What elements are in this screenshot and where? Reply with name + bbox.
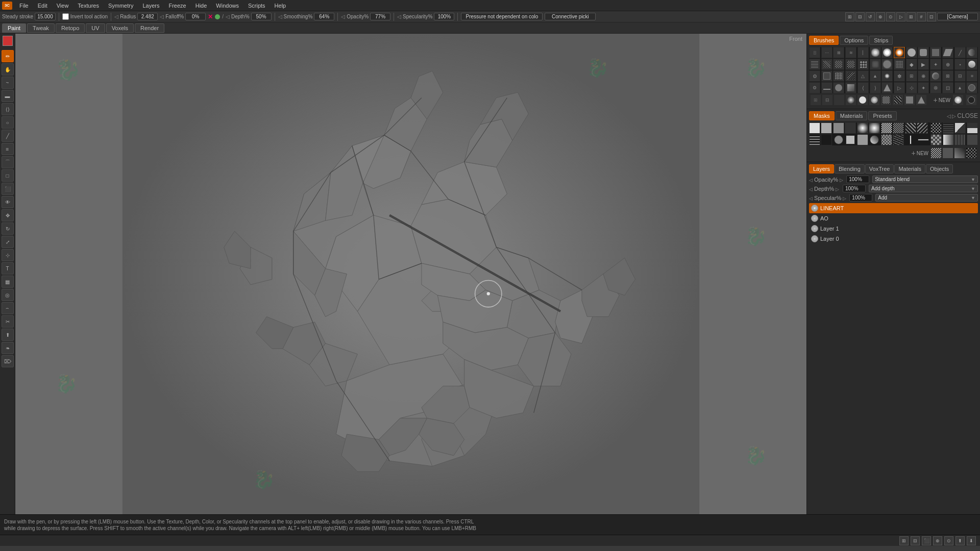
brush-cell-4[interactable]: ≋: [845, 47, 856, 58]
brush-cell-9[interactable]: [906, 47, 917, 58]
brush-cell-35[interactable]: [881, 70, 893, 82]
tab-render[interactable]: Render: [135, 23, 164, 33]
brush-cell-43[interactable]: ⚙: [809, 82, 820, 93]
brush-cell-46[interactable]: [845, 82, 856, 93]
tab-materials-layer[interactable]: Materials: [894, 164, 925, 173]
layer-0[interactable]: 👁 Layer 0: [809, 234, 978, 244]
close-masks-btn[interactable]: CLOSE: [957, 112, 978, 119]
mask-cell-20[interactable]: [870, 135, 879, 144]
brush-cell-23[interactable]: ◆: [906, 59, 917, 70]
masks-arrow-prev[interactable]: ◁: [947, 113, 951, 119]
layer-lineart[interactable]: 👁 LINEART: [809, 203, 978, 213]
brush-cell-16[interactable]: [821, 59, 832, 70]
brush-cell-34[interactable]: ▲: [870, 70, 881, 82]
tab-layers[interactable]: Layers: [809, 164, 834, 173]
mask-cell-14[interactable]: [967, 122, 978, 134]
opacity-value[interactable]: 77%: [370, 13, 390, 20]
brushes-new-btn[interactable]: + NEW: [933, 96, 950, 104]
snake-hook[interactable]: ⌒: [2, 156, 14, 168]
brush-add8[interactable]: [892, 94, 903, 106]
view-icon6[interactable]: ▷: [896, 12, 905, 21]
view-icon2[interactable]: ⊟: [855, 12, 865, 21]
tab-materials[interactable]: Materials: [836, 111, 868, 120]
camera-dropdown[interactable]: [Camera]: [937, 13, 978, 20]
mask-cell-27[interactable]: [954, 134, 966, 145]
brush-cell-48[interactable]: ⟩: [870, 82, 881, 93]
mask-cell-15[interactable]: [809, 134, 820, 145]
menu-help[interactable]: Help: [271, 2, 290, 10]
brush-add6[interactable]: [869, 94, 880, 106]
menu-symmetry[interactable]: Symmetry: [104, 2, 138, 10]
mask-cell-9[interactable]: [905, 122, 916, 134]
bottom-icon2[interactable]: ⊟: [911, 536, 920, 545]
flatten-tool[interactable]: ▬: [2, 90, 14, 102]
layer-eye-0[interactable]: 👁: [811, 235, 818, 242]
brush-cell-13[interactable]: ╱: [954, 47, 966, 58]
color-picker[interactable]: [3, 36, 13, 46]
depth-layers-value[interactable]: 100%: [843, 185, 866, 192]
brush-cell-39[interactable]: [930, 70, 941, 82]
tab-retopo[interactable]: Retopo: [56, 23, 85, 33]
brush-cell-17[interactable]: [833, 59, 844, 70]
mask-cell-25[interactable]: [930, 134, 942, 145]
brush-cell-44[interactable]: [821, 82, 832, 93]
brush-cell-20[interactable]: [870, 59, 881, 70]
brush-add9[interactable]: [904, 94, 915, 106]
layer-eye-1[interactable]: 👁: [811, 225, 818, 232]
brush-cell-37[interactable]: ⊞: [906, 70, 917, 82]
brush-add1[interactable]: ⊞: [810, 94, 821, 106]
brush-cell-56[interactable]: [966, 82, 977, 93]
brush-cell-22[interactable]: [894, 59, 905, 70]
menu-hide[interactable]: Hide: [191, 2, 211, 10]
mask-cell-21[interactable]: [881, 134, 892, 145]
brush-cell-49[interactable]: [881, 82, 893, 93]
rotate-tool[interactable]: ↻: [2, 222, 14, 235]
mask-cell-6[interactable]: [869, 122, 880, 134]
tab-strips[interactable]: Strips: [869, 36, 893, 45]
menu-textures[interactable]: Textures: [74, 2, 103, 10]
brush-cell-52[interactable]: ✦: [918, 82, 929, 93]
grab-tool[interactable]: ✋: [2, 63, 14, 76]
brush-cell-38[interactable]: ❋: [918, 70, 929, 82]
tab-uv[interactable]: UV: [86, 23, 105, 33]
smoothing-value[interactable]: 64%: [314, 13, 334, 20]
x-icon[interactable]: ✕: [208, 13, 213, 20]
brush-cell-18[interactable]: [845, 59, 856, 70]
mask-cell-17[interactable]: [834, 135, 843, 144]
blend-mode-dropdown[interactable]: Standard blend ▼: [872, 176, 978, 183]
tab-paint[interactable]: Paint: [2, 23, 26, 33]
view-icon4[interactable]: ⊕: [876, 12, 885, 21]
circle-brush-last[interactable]: [952, 94, 964, 106]
brush-cell-21[interactable]: [881, 59, 893, 70]
mask-cell-13[interactable]: [954, 122, 966, 134]
brush-cell-6[interactable]: [870, 47, 881, 58]
mask-cell-16[interactable]: [821, 134, 832, 145]
bottom-icon3[interactable]: ⬛: [922, 536, 931, 545]
depth-value[interactable]: 50%: [251, 13, 272, 20]
mask-cell-8[interactable]: [893, 122, 904, 134]
view-icon9[interactable]: ⊡: [927, 12, 936, 21]
mask-extra-1[interactable]: [930, 147, 942, 159]
brush-cell-26[interactable]: ⊕: [942, 59, 953, 70]
view-icon5[interactable]: ⊙: [886, 12, 895, 21]
canvas-area[interactable]: 🐉 🐉 🐉 🐉 🐉 🐉 🐉 Front: [15, 34, 806, 514]
mask-cell-1[interactable]: [809, 122, 820, 134]
brush-add4[interactable]: [845, 94, 856, 106]
invert-checkbox[interactable]: [62, 13, 69, 20]
mask-cell-10[interactable]: [917, 122, 928, 134]
brush-cell-27[interactable]: ⋆: [954, 59, 966, 70]
view-icon1[interactable]: ⊞: [845, 12, 854, 21]
picker-dropdown[interactable]: Connective picki: [545, 13, 596, 20]
brush-cell-5[interactable]: ┃: [857, 47, 869, 58]
brush-cell-41[interactable]: ⊟: [954, 70, 966, 82]
mask-extra-3[interactable]: [954, 147, 965, 159]
mask-cell-5[interactable]: [857, 122, 868, 134]
bottom-icon6[interactable]: ⬆: [955, 536, 965, 545]
brush-cell-45[interactable]: [833, 82, 844, 93]
bottom-icon1[interactable]: ⊞: [899, 536, 909, 545]
menu-windows[interactable]: Windows: [212, 2, 243, 10]
brush-add3[interactable]: [834, 94, 845, 106]
radius-value[interactable]: 2.482: [137, 13, 158, 20]
bottom-icon4[interactable]: ⊕: [933, 536, 942, 545]
mask-extra-2[interactable]: [942, 147, 953, 159]
